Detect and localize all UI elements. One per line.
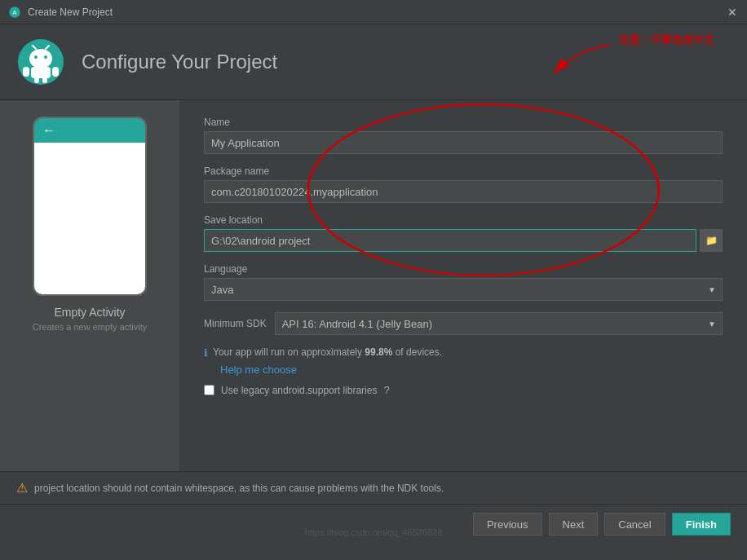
warning-bar: ⚠ project location should not contain wh… — [0, 471, 747, 504]
legacy-support-label: Use legacy android.support libraries — [221, 385, 377, 396]
browse-folder-button[interactable]: 📁 — [700, 229, 723, 252]
min-sdk-select[interactable]: API 16: Android 4.1 (Jelly Bean) API 21:… — [275, 312, 723, 335]
main-content: ← Empty Activity Creates a new empty act… — [0, 100, 747, 471]
info-icon: ℹ — [204, 347, 208, 359]
android-title-icon: A — [8, 6, 21, 19]
previous-button[interactable]: Previous — [473, 513, 542, 536]
name-label: Name — [204, 117, 723, 128]
legacy-support-checkbox-row: Use legacy android.support libraries ? — [204, 384, 723, 396]
header: Configure Your Project 注意：不要包含中文 — [0, 24, 747, 100]
close-button[interactable]: ✕ — [726, 6, 739, 19]
language-label: Language — [204, 263, 723, 275]
right-panel: Name Package name Save location 📁 Langua… — [179, 100, 747, 471]
title-bar-text: Create New Project — [28, 7, 113, 18]
help-me-choose-link[interactable]: Help me choose — [220, 364, 297, 376]
folder-icon: 📁 — [705, 235, 718, 246]
svg-rect-8 — [31, 67, 51, 78]
page-title: Configure Your Project — [82, 51, 277, 73]
sdk-row: Minimum SDK API 16: Android 4.1 (Jelly B… — [204, 312, 723, 335]
annotation-text: 注意：不要包含中文 — [619, 33, 714, 46]
svg-rect-10 — [52, 67, 59, 77]
finish-button[interactable]: Finish — [672, 513, 731, 536]
phone-preview: ← — [33, 117, 147, 296]
svg-point-4 — [34, 55, 38, 59]
cancel-button[interactable]: Cancel — [604, 513, 665, 536]
next-button[interactable]: Next — [549, 513, 599, 536]
warning-icon: ⚠ — [16, 480, 28, 496]
save-location-label: Save location — [204, 214, 723, 226]
svg-point-3 — [29, 49, 52, 68]
package-name-input[interactable] — [204, 180, 723, 203]
package-form-group: Package name — [204, 165, 723, 203]
info-text-after: of devices. — [392, 346, 442, 358]
svg-rect-9 — [23, 67, 29, 77]
activity-name: Empty Activity — [54, 306, 125, 319]
info-text-before: Your app will run on approximately — [213, 346, 365, 358]
svg-text:A: A — [12, 8, 17, 15]
activity-desc: Creates a new empty activity — [33, 322, 148, 332]
button-bar: Previous Next Cancel Finish https://blog… — [0, 504, 747, 544]
save-location-wrapper: 📁 — [204, 229, 723, 252]
info-text: Your app will run on approximately 99.8%… — [213, 346, 442, 358]
phone-screen — [34, 143, 145, 294]
name-form-group: Name — [204, 117, 723, 154]
save-location-input[interactable] — [204, 229, 696, 252]
back-arrow-icon: ← — [42, 123, 55, 138]
package-label: Package name — [204, 165, 723, 177]
help-circle-icon[interactable]: ? — [383, 384, 389, 396]
help-link-container: Help me choose — [220, 364, 723, 376]
legacy-support-checkbox[interactable] — [204, 385, 214, 395]
save-location-form-group: Save location 📁 — [204, 214, 723, 252]
svg-rect-11 — [34, 77, 39, 83]
language-select-wrapper: Java Kotlin — [204, 278, 723, 301]
info-line: ℹ Your app will run on approximately 99.… — [204, 346, 723, 359]
language-form-group: Language Java Kotlin — [204, 263, 723, 301]
left-panel: ← Empty Activity Creates a new empty act… — [0, 100, 179, 471]
title-bar: A Create New Project ✕ — [0, 0, 747, 24]
info-percentage: 99.8% — [365, 346, 392, 358]
warning-text: project location should not contain whit… — [34, 483, 444, 494]
annotation-arrow — [546, 41, 611, 82]
watermark: https://blog.csdn.net/qq_46526828 — [305, 527, 443, 537]
language-select[interactable]: Java Kotlin — [204, 278, 723, 301]
min-sdk-label: Minimum SDK — [204, 318, 267, 329]
annotation-container: 注意：不要包含中文 — [619, 33, 714, 47]
phone-top-bar: ← — [34, 118, 145, 143]
sdk-select-wrapper: API 16: Android 4.1 (Jelly Bean) API 21:… — [275, 312, 723, 335]
name-input[interactable] — [204, 131, 723, 154]
svg-point-5 — [44, 55, 47, 59]
android-logo — [16, 37, 65, 86]
svg-rect-12 — [42, 77, 47, 83]
